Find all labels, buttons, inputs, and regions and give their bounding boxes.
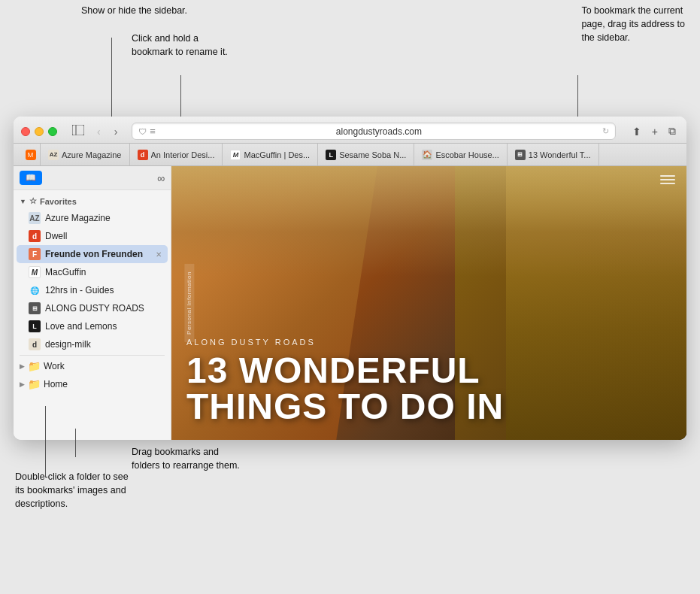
tab-sesame[interactable]: L Sesame Soba N... [318,144,414,165]
bookmark-label-12hrs: 12hrs in - Guides [45,285,165,295]
pinned-tab[interactable]: M [21,144,41,165]
bookmark-icon-love: L [29,320,41,332]
bookmark-label-design: design-milk [45,339,165,350]
sidebar-tab-group: 📖 [20,171,42,185]
shield-icon: 🛡 [138,127,147,136]
forward-button[interactable]: › [111,124,122,139]
bookmark-along[interactable]: ⊞ ALONG DUSTY ROADS [14,299,171,317]
tab-label-azure: Azure Magazine [62,150,122,159]
folder-home[interactable]: ▶ 📁 Home [14,375,171,393]
tab-favicon-wonderful: ⊞ [515,150,526,160]
headline-line2: THINGS TO DO IN [186,389,671,425]
tab-favicon-escobar: 🏠 [422,150,432,160]
web-text-overlay: ALONG DUSTY ROADS 13 WONDERFUL THINGS TO… [186,338,671,425]
reload-icon[interactable]: ↻ [602,126,609,136]
tab-favicon-dwell: d [138,150,148,160]
bookmarks-tab[interactable]: 📖 [20,171,42,185]
favorites-chevron: ▼ [20,198,26,205]
annotation-sidebar-toggle: Show or hide the sidebar. [81,4,187,17]
tab-interior-design[interactable]: d An Interior Desi... [130,144,223,165]
annotation-line-4 [75,429,76,457]
fullscreen-button[interactable] [48,127,57,136]
reader-icon: ≡ [150,126,156,137]
bookmark-label-love: Love and Lemons [45,321,165,332]
hamburger-line-3 [660,183,675,184]
site-headline: 13 WONDERFUL THINGS TO DO IN [186,353,671,425]
tab-overview-button[interactable]: ⧉ [665,123,679,139]
sidebar-header: 📖 ∞ [14,166,171,190]
folder-chevron-home: ▶ [20,380,25,388]
bookmark-close-freunde[interactable]: ✕ [156,250,162,259]
folder-chevron-work: ▶ [20,362,25,370]
address-bar[interactable]: 🛡 ≡ alongdustyroads.com ↻ [132,123,615,140]
bookmark-icon-design: d [29,338,41,350]
folder-label-home: Home [44,379,68,389]
annotation-line-3 [577,75,578,117]
tab-favicon-macguffin: M [230,150,241,160]
annotation-drag-bookmark: To bookmark the currentpage, drag its ad… [581,4,685,44]
tab-macguffin[interactable]: M MacGuffin | Des... [223,144,318,165]
bookmark-icon-12hrs: 🌐 [29,284,41,296]
tab-escobar[interactable]: 🏠 Escobar House... [414,144,507,165]
toolbar-icons: ‹ › [69,123,121,139]
back-button[interactable]: ‹ [93,124,105,139]
personal-info-tab[interactable]: Personal Information [184,264,194,342]
sidebar-infinity-icon[interactable]: ∞ [157,172,165,184]
tab-azure-magazine[interactable]: AZ Azure Magazine [41,144,130,165]
bookmark-icon-macguffin: M [29,266,41,278]
bookmark-label-macguffin: MacGuffin [45,267,165,277]
main-area: 📖 ∞ ▼ ☆ Favorites AZ Azure Magazine [14,166,686,440]
hamburger-line-1 [660,175,675,177]
hamburger-line-2 [660,179,675,180]
sidebar-divider [20,355,165,356]
annotation-rename-bookmark: Click and hold abookmark to rename it. [132,32,228,59]
tab-wonderful[interactable]: ⊞ 13 Wonderful T... [508,144,599,165]
annotation-line-1 [111,38,112,117]
bookmark-icon-along: ⊞ [29,302,41,314]
pinned-tab-favicon: M [26,150,36,160]
minimize-button[interactable] [35,127,44,136]
web-content: ALONG DUSTY ROADS 13 WONDERFUL THINGS TO… [171,166,686,440]
annotation-double-click-folder: Double-click a folder to seeits bookmark… [15,470,129,511]
bookmark-label-freunde: Freunde von Freunden [45,249,151,259]
sidebar-content: ▼ ☆ Favorites AZ Azure Magazine d Dwell … [14,190,171,440]
bookmark-dwell[interactable]: d Dwell [14,227,171,245]
web-background: ALONG DUSTY ROADS 13 WONDERFUL THINGS TO… [171,166,686,440]
sidebar: 📖 ∞ ▼ ☆ Favorites AZ Azure Magazine [14,166,171,440]
bookmark-label-azure: Azure Magazine [45,213,165,223]
right-toolbar: ⬆ + ⧉ [629,123,679,139]
bookmark-label-dwell: Dwell [45,231,165,241]
traffic-lights-row: ‹ › 🛡 ≡ alongdustyroads.com ↻ ⬆ + ⧉ [14,117,686,143]
svg-rect-0 [72,125,84,135]
bookmark-icon-freunde: F [29,248,41,260]
annotation-line-5 [45,406,46,477]
bookmark-love[interactable]: L Love and Lemons [14,317,171,335]
bookmark-icon-dwell: d [29,230,41,242]
favorites-section-header[interactable]: ▼ ☆ Favorites [14,193,171,209]
browser-window: ‹ › 🛡 ≡ alongdustyroads.com ↻ ⬆ + ⧉ M [14,117,686,440]
share-button[interactable]: ⬆ [629,124,644,139]
favorites-label: Favorites [40,197,77,206]
tab-label-dwell: An Interior Desi... [151,150,215,159]
annotation-line-2 [180,75,181,120]
tab-label-sesame: Sesame Soba N... [339,150,406,159]
favorites-star: ☆ [29,196,37,206]
tab-favicon-sesame: L [326,150,336,160]
tab-label-wonderful: 13 Wonderful T... [529,150,591,159]
bookmark-macguffin[interactable]: M MacGuffin [14,263,171,281]
hamburger-menu[interactable] [660,175,675,184]
close-button[interactable] [21,127,30,136]
bookmark-label-along: ALONG DUSTY ROADS [45,303,165,314]
sky [171,166,686,276]
folder-label-work: Work [44,361,65,371]
bookmark-12hrs[interactable]: 🌐 12hrs in - Guides [14,281,171,299]
sidebar-toggle-button[interactable] [69,123,87,139]
new-tab-button[interactable]: + [649,124,661,139]
bookmark-design[interactable]: d design-milk [14,335,171,353]
bookmark-freunde[interactable]: F Freunde von Freunden ✕ [17,245,168,263]
folder-icon-work: 📁 [28,360,41,372]
tab-label-escobar: Escobar House... [435,150,498,159]
tabs-row: M AZ Azure Magazine d An Interior Desi..… [14,144,686,166]
bookmark-azure[interactable]: AZ Azure Magazine [14,209,171,227]
folder-work[interactable]: ▶ 📁 Work [14,357,171,375]
